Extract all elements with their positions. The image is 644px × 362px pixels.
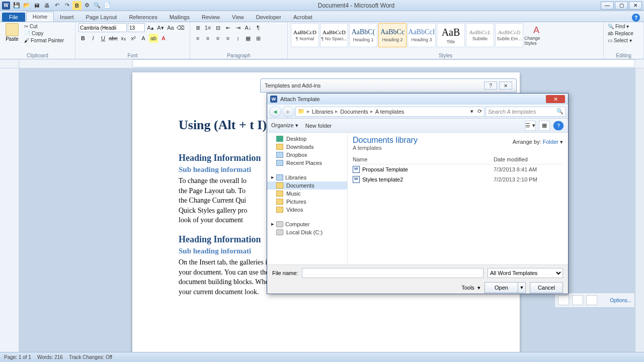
tab-references[interactable]: References — [123, 13, 163, 22]
bold-highlight-icon[interactable]: B — [72, 1, 82, 10]
quick-access-toolbar[interactable]: 💾 📂 🖬 🖶 ↶ ↷ B ⚙ 🔍 📄 — [12, 1, 112, 10]
style-heading3[interactable]: AaBbCcIHeading 3 — [408, 23, 436, 47]
tab-page-layout[interactable]: Page Layout — [80, 13, 123, 22]
help-button[interactable]: ? — [553, 121, 564, 131]
status-page[interactable]: Page: 1 of 1 — [4, 354, 31, 360]
breadcrumb[interactable]: 📁▸ Libraries▸ Documents▸ A templates ▾ ⟳ — [295, 107, 485, 117]
open-dropdown-button[interactable]: ▼ — [518, 282, 526, 293]
strike-button[interactable]: abc — [109, 34, 118, 43]
nav-forward-button[interactable]: ► — [282, 106, 294, 117]
grow-font-icon[interactable]: A▴ — [146, 23, 155, 32]
nav-music[interactable]: Music — [267, 190, 347, 198]
change-styles-button[interactable]: AChange Styles — [524, 23, 548, 47]
tab-review[interactable]: Review — [196, 13, 226, 22]
indent-inc-icon[interactable]: ⇥ — [233, 23, 243, 32]
justify-icon[interactable]: ≡ — [223, 34, 232, 43]
search-input[interactable]: Search A templates 🔍 — [486, 107, 566, 117]
attach-dialog-titlebar[interactable]: W Attach Template ✕ — [267, 94, 568, 105]
nav-pictures[interactable]: Pictures — [267, 198, 347, 206]
nav-downloads[interactable]: Downloads — [267, 143, 347, 151]
nav-local-disk[interactable]: Local Disk (C:) — [267, 228, 347, 236]
shrink-font-icon[interactable]: A▾ — [156, 23, 165, 32]
help-icon[interactable]: ? — [632, 14, 640, 22]
select-button[interactable]: ▭ Select ▾ — [607, 37, 640, 44]
styles-gallery[interactable]: AaBbCcD¶ Normal AaBbCcD¶ No Spaci... AaB… — [291, 23, 600, 47]
close-button[interactable]: ✕ — [629, 2, 642, 10]
align-left-icon[interactable]: ≡ — [193, 34, 202, 43]
file-type-select[interactable]: All Word Templates — [488, 268, 563, 278]
style-heading2[interactable]: AaBbCcHeading 2 — [378, 23, 407, 47]
undo-icon[interactable]: ↶ — [52, 1, 61, 10]
paste-button[interactable]: Paste — [3, 23, 21, 44]
clear-format-icon[interactable]: ⌫ — [176, 23, 185, 32]
align-right-icon[interactable]: ≡ — [213, 34, 222, 43]
tab-acrobat[interactable]: Acrobat — [287, 13, 318, 22]
nav-back-button[interactable]: ◄ — [269, 106, 281, 117]
open-button[interactable]: Open — [485, 282, 518, 293]
nav-computer-header[interactable]: ▸ Computer — [267, 219, 347, 228]
style-normal[interactable]: AaBbCcD¶ Normal — [291, 23, 319, 47]
text-effects-icon[interactable]: A — [139, 34, 148, 43]
manage-styles-icon[interactable] — [572, 295, 583, 305]
search-icon[interactable]: 🔍 — [556, 108, 564, 115]
new-style-icon[interactable] — [586, 295, 597, 305]
file-name-input[interactable] — [302, 268, 484, 278]
superscript-button[interactable]: x² — [129, 34, 138, 43]
align-center-icon[interactable]: ≡ — [203, 34, 212, 43]
format-painter-button[interactable]: 🖌 Format Painter — [23, 37, 65, 44]
sort-icon[interactable]: A↓ — [244, 23, 253, 32]
find-button[interactable]: 🔍 Find ▾ — [607, 23, 640, 30]
subscript-button[interactable]: x₂ — [119, 34, 128, 43]
doc-icon[interactable]: 📄 — [103, 1, 112, 10]
style-subtle-em[interactable]: AaBbCcDSubtle Em... — [495, 23, 523, 47]
line-spacing-icon[interactable]: ↕ — [233, 34, 243, 43]
copy-button[interactable]: 📄 Copy — [23, 30, 65, 37]
multilevel-icon[interactable]: ⊟ — [213, 23, 222, 32]
vertical-ruler[interactable] — [0, 68, 19, 362]
refresh-icon[interactable]: ⟳ — [477, 108, 482, 115]
print-icon[interactable]: 🖶 — [42, 1, 51, 10]
indent-dec-icon[interactable]: ⇤ — [223, 23, 232, 32]
quick-icon[interactable]: ⚙ — [83, 1, 92, 10]
font-size-select[interactable] — [128, 23, 145, 32]
redo-icon[interactable]: ↷ — [62, 1, 71, 10]
style-heading1[interactable]: AaBbC(Heading 1 — [349, 23, 377, 47]
font-color-button[interactable]: A — [159, 34, 168, 43]
templates-close-button[interactable]: ✕ — [499, 81, 512, 89]
highlight-button[interactable]: ab — [149, 34, 158, 43]
style-no-spacing[interactable]: AaBbCcD¶ No Spaci... — [320, 23, 348, 47]
change-case-icon[interactable]: Aa — [166, 23, 175, 32]
italic-button[interactable]: I — [89, 34, 98, 43]
nav-recent[interactable]: Recent Places — [267, 159, 347, 167]
nav-dropbox[interactable]: Dropbox — [267, 151, 347, 159]
nav-libraries-header[interactable]: ▸ Libraries — [267, 172, 347, 182]
style-title[interactable]: AaBTitle — [437, 23, 465, 47]
navigation-tree[interactable]: Desktop Downloads Dropbox Recent Places … — [267, 133, 348, 264]
tab-insert[interactable]: Insert — [54, 13, 80, 22]
arrange-by[interactable]: Arrange by: Folder ▾ — [513, 139, 563, 145]
templates-help-button[interactable]: ? — [484, 81, 497, 89]
zoom-icon[interactable]: 🔍 — [93, 1, 102, 10]
vertical-scrollbar[interactable] — [635, 68, 644, 362]
nav-desktop[interactable]: Desktop — [267, 135, 347, 143]
column-date[interactable]: Date modified — [494, 156, 563, 162]
nav-videos[interactable]: Videos — [267, 206, 347, 214]
open-icon[interactable]: 📂 — [22, 1, 31, 10]
maximize-button[interactable]: ▢ — [615, 2, 628, 10]
attach-close-button[interactable]: ✕ — [546, 95, 565, 103]
bullets-icon[interactable]: ≣ — [193, 23, 202, 32]
tab-view[interactable]: View — [226, 13, 250, 22]
file-row[interactable]: Styles template2 7/2/2013 2:10 PM — [353, 174, 563, 185]
shading-icon[interactable]: ▦ — [244, 34, 253, 43]
chevron-down-icon[interactable]: ▾ — [470, 108, 473, 115]
style-inspector-icon[interactable] — [558, 295, 569, 305]
font-name-select[interactable] — [78, 23, 127, 32]
save-icon-2[interactable]: 🖬 — [32, 1, 41, 10]
tab-home[interactable]: Home — [26, 12, 54, 22]
underline-button[interactable]: U — [99, 34, 108, 43]
save-icon[interactable]: 💾 — [12, 1, 21, 10]
show-marks-icon[interactable]: ¶ — [254, 23, 263, 32]
numbering-icon[interactable]: 1≡ — [203, 23, 212, 32]
status-words[interactable]: Words: 216 — [37, 354, 63, 360]
file-row[interactable]: Proposal Template 7/3/2013 8:41 AM — [353, 164, 563, 174]
